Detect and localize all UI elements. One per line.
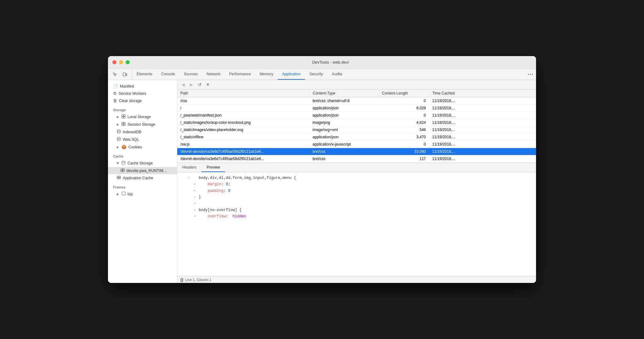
sidebar-item-cookies[interactable]: ▶ 🍪 Cookies (108, 143, 177, 151)
table-row[interactable]: /csstext/css; charset=utf-8011/19/2018,.… (177, 97, 536, 105)
sidebar-item-application-cache[interactable]: Application Cache (108, 174, 177, 181)
svg-rect-8 (124, 117, 125, 118)
frames-section-label: Frames (108, 181, 177, 190)
sidebar-item-service-workers[interactable]: ⚙ Service Workers (108, 90, 177, 97)
sidebar-item-session-storage[interactable]: ▶ Session Storage (108, 121, 177, 128)
tab-memory[interactable]: Memory (255, 69, 278, 80)
gear-icon: ⚙ (113, 91, 117, 96)
cell-length: 0 (379, 112, 429, 119)
sidebar-item-clear-storage[interactable]: 🗑 Clear storage (108, 97, 177, 104)
table-row[interactable]: /_static/offlineapplication/json3,47011/… (177, 134, 536, 141)
cell-type: image/png (309, 119, 379, 126)
manifest-icon: 📄 (113, 84, 118, 89)
cell-type: image/svg+xml (309, 126, 379, 134)
arrow-icon: ▶ (117, 146, 119, 149)
svg-rect-21 (119, 176, 121, 177)
cell-path: /devrel-devsite/va3e6d7c495ae58d2f0c21ab… (177, 148, 309, 155)
sidebar-item-manifest[interactable]: 📄 Manifest (108, 83, 177, 90)
col-header-path: Path (177, 89, 309, 97)
tab-application[interactable]: Application (278, 69, 305, 80)
cell-length: 3,470 (379, 134, 429, 141)
sidebar-item-local-storage[interactable]: ▶ Local Storage (108, 113, 177, 121)
trash-icon: 🗑 (113, 98, 117, 103)
cell-length: 117 (379, 155, 429, 163)
cell-type: application/json (309, 112, 379, 119)
cell-path: /_pwa/web/manifest.json (177, 112, 309, 119)
code-preview: 1 body,div,dl,dd,form,img,input,figure,m… (177, 172, 536, 276)
tab-elements[interactable]: Elements (132, 69, 157, 80)
status-text: Line 1, Column 1 (185, 278, 211, 282)
tab-network[interactable]: Network (202, 69, 225, 80)
cache-icon (121, 161, 126, 166)
tab-headers[interactable]: Headers (177, 163, 201, 172)
svg-rect-23 (119, 178, 121, 179)
table-row[interactable]: /devrel-devsite/va3e6d7c495ae58d2f0c21ab… (177, 155, 536, 163)
cache-section-label: Cache (108, 151, 177, 159)
traffic-lights (112, 60, 130, 64)
arrow-icon: ▶ (117, 123, 119, 126)
table-row[interactable]: /_static/images/video-placeholder.svgima… (177, 126, 536, 134)
svg-rect-6 (124, 115, 125, 116)
cell-time: 11/19/2018,... (429, 155, 536, 163)
cell-path: /sw.js (177, 141, 309, 148)
table-row[interactable]: /application/json6,02911/19/2018,... (177, 105, 536, 112)
tab-audits[interactable]: Audits (327, 69, 347, 80)
table-row[interactable]: /sw.jsapplication/x-javascript011/19/201… (177, 141, 536, 148)
clear-button[interactable]: ✕ (204, 81, 211, 88)
sidebar-item-web-sql[interactable]: Web SQL (108, 136, 177, 143)
svg-rect-11 (122, 124, 123, 126)
more-tabs-button[interactable] (525, 69, 536, 80)
maximize-button[interactable] (126, 60, 130, 64)
sidebar-item-indexeddb[interactable]: IndexedDB (108, 128, 177, 136)
sidebar-item-cache-devsite[interactable]: devsite.pwa_RUNTIME_v2 - https://web.c (108, 167, 177, 174)
refresh-button[interactable]: ↺ (196, 81, 203, 88)
tab-sources[interactable]: Sources (179, 69, 202, 80)
svg-point-4 (532, 74, 533, 75)
code-line: - body[no-overflow] { (177, 207, 536, 213)
forward-button[interactable]: ▶ (188, 81, 195, 88)
close-button[interactable] (112, 60, 116, 64)
tab-preview[interactable]: Preview (201, 163, 225, 172)
svg-rect-1 (126, 74, 127, 76)
devtools-window: DevTools - web.dev/ Elements Console Sou… (108, 56, 536, 283)
svg-rect-24 (122, 192, 125, 195)
cell-path: / (177, 105, 309, 112)
tab-console[interactable]: Console (157, 69, 179, 80)
panel-toolbar: ◀ ▶ ↺ ✕ (177, 80, 536, 89)
cell-type: text/css; charset=utf-8 (309, 97, 379, 105)
cell-path: /_static/offline (177, 134, 309, 141)
svg-rect-10 (124, 122, 125, 124)
back-button[interactable]: ◀ (180, 81, 187, 88)
svg-rect-0 (123, 73, 126, 76)
minimize-button[interactable] (119, 60, 123, 64)
braces-icon: {} (180, 278, 183, 282)
svg-rect-19 (123, 170, 124, 172)
sidebar-item-cache-storage[interactable]: ▶ Cache Storage (108, 159, 177, 167)
cell-path: /_static/images/lockup-color-knockout.pn… (177, 119, 309, 126)
svg-rect-16 (121, 169, 122, 170)
cell-time: 11/19/2018,... (429, 141, 536, 148)
cell-type: application/json (309, 105, 379, 112)
database-icon (117, 129, 121, 135)
cookie-icon: 🍪 (121, 145, 127, 149)
cell-time: 11/19/2018,... (429, 112, 536, 119)
tab-performance[interactable]: Performance (225, 69, 255, 80)
table-row[interactable]: /devrel-devsite/va3e6d7c495ae58d2f0c21ab… (177, 148, 536, 155)
tab-security[interactable]: Security (305, 69, 327, 80)
cell-length: 0 (379, 141, 429, 148)
preview-area: Headers Preview 1 body,div,dl,dd,form,im… (177, 163, 536, 283)
cell-type: application/json (309, 134, 379, 141)
cell-path: /devrel-devsite/va3e6d7c495ae58d2f0c21ab… (177, 155, 309, 163)
device-toggle-button[interactable] (121, 70, 129, 78)
code-line: - (177, 201, 536, 207)
table-row[interactable]: /_static/images/lockup-color-knockout.pn… (177, 119, 536, 126)
sidebar-item-frames-top[interactable]: ▶ top (108, 190, 177, 198)
svg-rect-7 (122, 117, 123, 118)
preview-tabs: Headers Preview (177, 163, 536, 172)
svg-rect-18 (121, 170, 122, 172)
devtools-toolbar (108, 69, 132, 80)
code-line: - overflow: hidden (177, 213, 536, 220)
cell-type: text/css (309, 148, 379, 155)
inspect-element-button[interactable] (110, 70, 119, 78)
table-row[interactable]: /_pwa/web/manifest.jsonapplication/json0… (177, 112, 536, 119)
